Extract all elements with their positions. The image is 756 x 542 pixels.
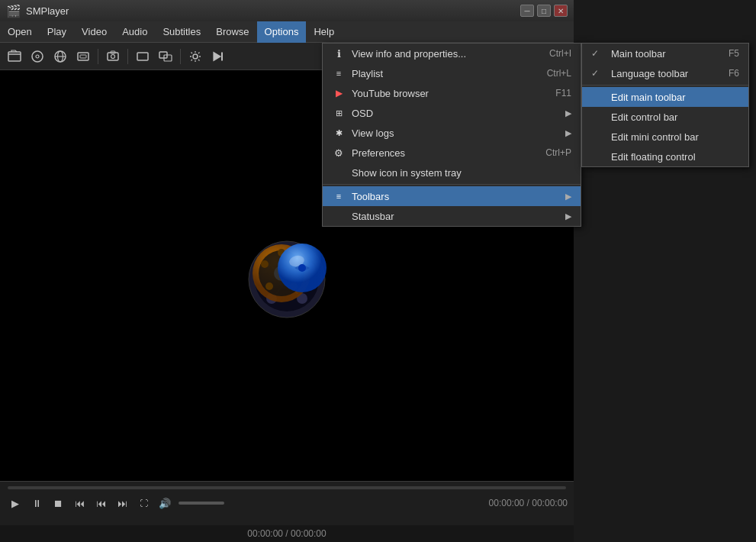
title-bar-title: SMPlayer bbox=[26, 5, 69, 17]
time-status: 00:00:00 / 00:00:00 bbox=[247, 528, 326, 539]
menu-audio[interactable]: Audio bbox=[114, 21, 155, 43]
play-button[interactable]: ▶ bbox=[6, 494, 24, 512]
playback-controls: ▶ ⏸ ⏹ ⏮ ⏭ ⏭ ⛶ 🔊 00:00:00 / 00:00:00 bbox=[0, 491, 574, 515]
menu-playlist[interactable]: ≡ Playlist Ctrl+L bbox=[323, 63, 581, 83]
playlist-shortcut: Ctrl+L bbox=[547, 68, 571, 79]
title-bar-controls: ─ □ ✕ bbox=[520, 5, 568, 17]
maximize-button[interactable]: □ bbox=[537, 5, 551, 17]
svg-rect-15 bbox=[221, 52, 223, 60]
toolbars-arrow: ▶ bbox=[565, 192, 571, 202]
prefs-icon: ⚙ bbox=[332, 147, 346, 159]
submenu-edit-floating[interactable]: Edit floating control bbox=[582, 147, 748, 166]
menu-help[interactable]: Help bbox=[306, 21, 342, 43]
prev-button[interactable]: ⏮ bbox=[70, 494, 88, 512]
edit-floating-label: Edit floating control bbox=[611, 151, 739, 163]
seek-bar-container[interactable] bbox=[0, 482, 574, 491]
osd-icon: ⊞ bbox=[332, 108, 346, 118]
skip-end-button[interactable] bbox=[208, 47, 228, 66]
edit-control-label: Edit control bar bbox=[611, 111, 739, 123]
main-toolbar-check: ✓ bbox=[591, 48, 605, 59]
title-bar-left: 🎬 SMPlayer bbox=[6, 4, 69, 18]
svg-point-30 bbox=[265, 282, 273, 290]
toolbars-submenu: ✓ Main toolbar F5 ✓ Language toolbar F6 … bbox=[581, 43, 749, 167]
logs-arrow: ▶ bbox=[565, 128, 571, 138]
submenu-language-toolbar[interactable]: ✓ Language toolbar F6 bbox=[582, 63, 748, 83]
volume-button[interactable]: 🔊 bbox=[156, 494, 174, 512]
osd-label: OSD bbox=[352, 108, 559, 119]
language-toolbar-shortcut: F6 bbox=[729, 68, 739, 79]
app-logo bbox=[237, 226, 336, 325]
skip-next-button[interactable]: ⏭ bbox=[113, 494, 131, 512]
menu-bar: Open Play Video Audio Subtitles Browse O… bbox=[0, 21, 574, 43]
menu-subtitles[interactable]: Subtitles bbox=[155, 21, 208, 43]
fullscreen-button[interactable]: ⛶ bbox=[134, 494, 153, 512]
main-toolbar-label: Main toolbar bbox=[611, 48, 719, 60]
app-icon: 🎬 bbox=[6, 4, 21, 18]
playlist-label: Playlist bbox=[352, 68, 538, 79]
logs-icon: ✱ bbox=[332, 128, 346, 138]
prefs-shortcut: Ctrl+P bbox=[545, 147, 571, 158]
youtube-label: YouTube browser bbox=[352, 88, 546, 99]
youtube-icon: ▶ bbox=[332, 88, 346, 98]
open-file-button[interactable] bbox=[5, 47, 24, 66]
time-display: 00:00:00 / 00:00:00 bbox=[489, 498, 568, 508]
menu-osd[interactable]: ⊞ OSD ▶ bbox=[323, 103, 581, 123]
open-dvd-button[interactable] bbox=[73, 47, 93, 66]
menu-browse[interactable]: Browse bbox=[208, 21, 256, 43]
osd-arrow: ▶ bbox=[565, 108, 571, 118]
title-bar: 🎬 SMPlayer ─ □ ✕ bbox=[0, 0, 574, 21]
menu-statusbar[interactable]: Statusbar ▶ bbox=[323, 206, 581, 226]
zoom-button[interactable] bbox=[156, 47, 175, 66]
aspect-ratio-button[interactable] bbox=[133, 47, 153, 66]
open-disc-button[interactable] bbox=[27, 47, 47, 66]
menu-open[interactable]: Open bbox=[0, 21, 40, 43]
playlist-icon: ≡ bbox=[332, 69, 346, 78]
bottom-controls: ▶ ⏸ ⏹ ⏮ ⏭ ⏭ ⛶ 🔊 00:00:00 / 00:00:00 bbox=[0, 481, 574, 525]
svg-rect-6 bbox=[78, 53, 88, 60]
menu-play[interactable]: Play bbox=[40, 21, 74, 43]
view-logs-label: View logs bbox=[352, 127, 559, 139]
submenu-sep-1 bbox=[582, 85, 748, 85]
toolbar-sep-1 bbox=[98, 49, 98, 64]
menu-show-icon[interactable]: Show icon in system tray bbox=[323, 163, 581, 182]
toolbars-label: Toolbars bbox=[352, 191, 559, 202]
options-menu: ℹ View info and properties... Ctrl+I ≡ P… bbox=[322, 43, 581, 227]
settings-button[interactable] bbox=[185, 47, 205, 66]
view-info-shortcut: Ctrl+I bbox=[549, 48, 571, 59]
statusbar-arrow: ▶ bbox=[565, 211, 571, 221]
svg-rect-11 bbox=[137, 53, 148, 60]
open-url-button[interactable] bbox=[50, 47, 70, 66]
screenshot-button[interactable] bbox=[103, 47, 123, 66]
toolbar-sep-2 bbox=[127, 49, 128, 64]
stop-button[interactable]: ⏹ bbox=[49, 494, 67, 512]
language-toolbar-check: ✓ bbox=[591, 68, 605, 79]
menu-options[interactable]: Options bbox=[257, 21, 307, 43]
submenu-main-toolbar[interactable]: ✓ Main toolbar F5 bbox=[582, 44, 748, 63]
info-icon: ℹ bbox=[332, 48, 346, 60]
submenu-edit-control[interactable]: Edit control bar bbox=[582, 107, 748, 127]
menu-view-info[interactable]: ℹ View info and properties... Ctrl+I bbox=[323, 44, 581, 63]
svg-point-9 bbox=[111, 54, 115, 58]
menu-youtube[interactable]: ▶ YouTube browser F11 bbox=[323, 83, 581, 103]
preferences-label: Preferences bbox=[352, 147, 536, 159]
menu-view-logs[interactable]: ✱ View logs ▶ bbox=[323, 123, 581, 143]
menu-separator-1 bbox=[323, 184, 581, 185]
next-button[interactable]: ⏭ bbox=[92, 494, 110, 512]
menu-toolbars[interactable]: ≡ Toolbars ▶ bbox=[323, 186, 581, 206]
volume-slider[interactable] bbox=[179, 502, 224, 505]
show-icon-label: Show icon in system tray bbox=[352, 167, 571, 179]
main-toolbar-shortcut: F5 bbox=[729, 48, 739, 59]
toolbars-icon: ≡ bbox=[332, 192, 346, 201]
pause-button[interactable]: ⏸ bbox=[27, 494, 46, 512]
menu-preferences[interactable]: ⚙ Preferences Ctrl+P bbox=[323, 143, 581, 163]
submenu-edit-mini[interactable]: Edit mini control bar bbox=[582, 127, 748, 147]
submenu-edit-main[interactable]: Edit main toolbar bbox=[582, 87, 748, 107]
minimize-button[interactable]: ─ bbox=[520, 5, 534, 17]
menu-video[interactable]: Video bbox=[74, 21, 114, 43]
svg-point-1 bbox=[32, 51, 43, 62]
edit-mini-label: Edit mini control bar bbox=[611, 131, 739, 143]
svg-point-31 bbox=[261, 260, 269, 268]
seek-bar[interactable] bbox=[8, 486, 566, 489]
close-button[interactable]: ✕ bbox=[554, 5, 568, 17]
edit-main-label: Edit main toolbar bbox=[611, 92, 739, 103]
